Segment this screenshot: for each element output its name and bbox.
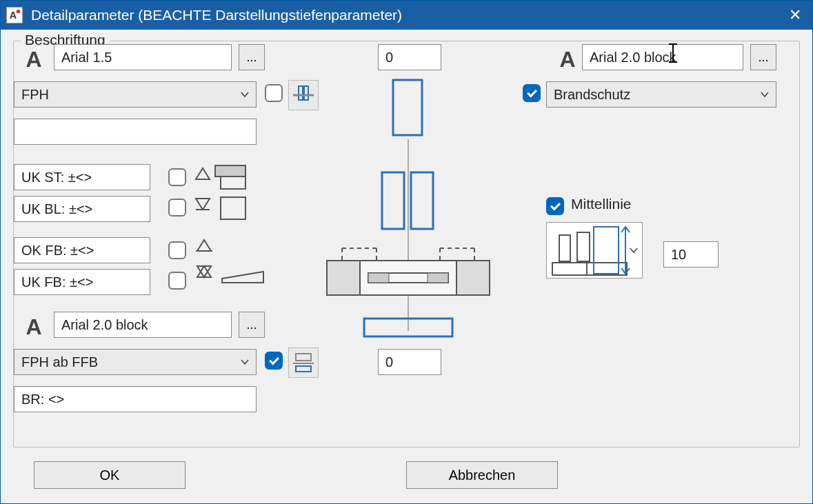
level-icon-4 [194, 262, 270, 292]
svg-rect-27 [577, 232, 590, 261]
level-icon-3 [194, 237, 215, 261]
uk-fb-checkbox[interactable] [168, 272, 186, 290]
svg-rect-14 [393, 80, 422, 135]
app-icon: A [6, 7, 23, 23]
uk-fb-input[interactable] [14, 269, 150, 295]
chevron-down-icon [761, 90, 769, 99]
fph-select[interactable]: FPH [14, 81, 257, 108]
plan-top-icon [292, 83, 315, 107]
brandschutz-select[interactable]: Brandschutz [546, 81, 776, 108]
font-a-icon-right: A [556, 47, 579, 72]
diagram-icon-button-1[interactable] [288, 80, 319, 110]
fph-ffb-select[interactable]: FPH ab FFB [14, 349, 257, 375]
uk-st-checkbox[interactable] [168, 168, 186, 186]
plan-bottom-icon [292, 351, 315, 374]
titlebar: A Detailparameter (BEACHTE Darstellungst… [1, 1, 812, 30]
uk-st-input[interactable] [14, 164, 150, 190]
uk-bl-input[interactable] [14, 196, 150, 222]
ok-fb-input[interactable] [14, 237, 150, 263]
svg-rect-22 [428, 273, 448, 283]
content-area: Beschriftung A ... A ... FPH [1, 30, 812, 503]
font-more-button-left[interactable]: ... [239, 44, 265, 70]
svg-point-1 [17, 10, 20, 13]
chevron-down-icon [241, 358, 249, 366]
svg-rect-2 [299, 86, 303, 100]
svg-rect-26 [559, 235, 570, 261]
ok-button[interactable]: OK [34, 461, 185, 489]
font-more-button-right[interactable]: ... [750, 44, 776, 70]
font-a-icon-left: A [22, 47, 46, 72]
font-input-right[interactable] [582, 44, 743, 70]
svg-rect-6 [215, 165, 245, 177]
level-icon-2 [194, 194, 257, 225]
top-center-value[interactable] [378, 44, 441, 70]
svg-rect-16 [382, 172, 404, 229]
svg-rect-9 [221, 197, 245, 219]
window-title: Detailparameter (BEACHTE Darstellungstie… [31, 7, 783, 23]
cancel-button[interactable]: Abbrechen [406, 461, 558, 489]
font-a-icon-bottom: A [22, 314, 46, 340]
font-input-left[interactable] [54, 44, 232, 70]
svg-rect-13 [296, 366, 311, 372]
svg-text:A: A [10, 10, 17, 21]
br-input[interactable] [14, 386, 257, 412]
svg-rect-3 [304, 86, 308, 100]
mittellinie-preview[interactable] [546, 222, 643, 279]
button-bar: OK Abbrechen [13, 457, 800, 489]
center-schematic [316, 76, 501, 345]
svg-rect-11 [296, 354, 311, 361]
fph-checkbox[interactable] [265, 84, 283, 102]
fph-ffb-label: FPH ab FFB [21, 354, 98, 370]
dialog-window: A Detailparameter (BEACHTE Darstellungst… [0, 0, 813, 504]
fph-select-label: FPH [21, 87, 49, 103]
brandschutz-label: Brandschutz [554, 87, 630, 103]
svg-rect-17 [411, 172, 433, 229]
beschriftung-group: Beschriftung A ... A ... FPH [13, 41, 800, 447]
svg-rect-28 [594, 227, 619, 274]
level-icon-1 [194, 164, 257, 194]
mittellinie-checkbox[interactable] [546, 197, 564, 215]
mittellinie-label: Mittellinie [571, 196, 632, 212]
chevron-down-icon [630, 246, 638, 254]
font-more-button-bottom[interactable]: ... [239, 312, 265, 338]
ok-fb-checkbox[interactable] [168, 241, 186, 259]
uk-bl-checkbox[interactable] [168, 199, 186, 216]
chevron-down-icon [241, 90, 249, 99]
svg-rect-7 [221, 177, 245, 189]
svg-rect-21 [368, 273, 389, 283]
fph-ffb-checkbox[interactable] [265, 352, 283, 370]
svg-rect-24 [552, 263, 587, 275]
diagram-icon-button-2[interactable] [288, 347, 319, 378]
font-input-bottom[interactable] [54, 312, 232, 338]
mittellinie-value[interactable] [663, 241, 719, 268]
bottom-center-value[interactable] [378, 349, 441, 375]
blank-input[interactable] [14, 119, 257, 145]
close-button[interactable]: ✕ [783, 6, 807, 24]
brandschutz-checkbox[interactable] [523, 84, 541, 102]
